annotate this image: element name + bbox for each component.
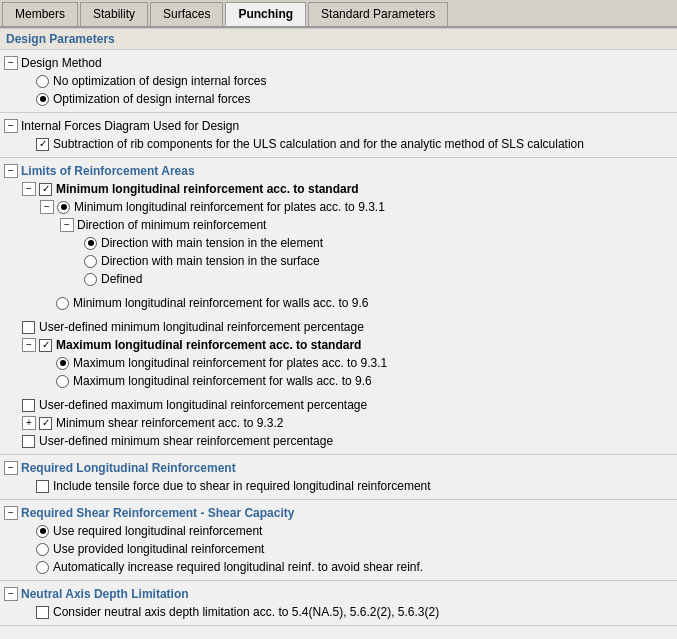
direction-main-surface-row: Direction with main tension in the surfa…	[0, 252, 677, 270]
min-shear-label: Minimum shear reinforcement acc. to 9.3.…	[56, 416, 283, 430]
collapse-required-shear[interactable]: −	[4, 506, 18, 520]
design-method-section: − Design Method No optimization of desig…	[0, 50, 677, 113]
required-shear-auto-increase-label: Automatically increase required longitud…	[53, 560, 423, 574]
design-method-opt-radio[interactable]	[36, 93, 49, 106]
internal-forces-label: Internal Forces Diagram Used for Design	[21, 119, 239, 133]
collapse-direction[interactable]: −	[60, 218, 74, 232]
design-method-opt-row: Optimization of design internal forces	[0, 90, 677, 108]
internal-forces-checkbox-row: Subtraction of rib components for the UL…	[0, 135, 677, 153]
max-long-plates-row: Maximum longitudinal reinforcement for p…	[0, 354, 677, 372]
max-long-checkbox[interactable]	[39, 339, 52, 352]
design-method-opt-label: Optimization of design internal forces	[53, 92, 250, 106]
min-shear-row: + Minimum shear reinforcement acc. to 9.…	[0, 414, 677, 432]
limits-reinforcement-section: − Limits of Reinforcement Areas − Minimu…	[0, 158, 677, 455]
required-shear-use-provided-label: Use provided longitudinal reinforcement	[53, 542, 264, 556]
required-long-checkbox-row: Include tensile force due to shear in re…	[0, 477, 677, 495]
user-min-shear-label: User-defined minimum shear reinforcement…	[39, 434, 333, 448]
collapse-required-long[interactable]: −	[4, 461, 18, 475]
user-max-row: User-defined maximum longitudinal reinfo…	[0, 396, 677, 414]
internal-forces-checkbox-label: Subtraction of rib components for the UL…	[53, 137, 584, 151]
internal-forces-header-row: − Internal Forces Diagram Used for Desig…	[0, 117, 677, 135]
neutral-axis-checkbox[interactable]	[36, 606, 49, 619]
tab-punching[interactable]: Punching	[225, 2, 306, 26]
design-method-no-opt-row: No optimization of design internal force…	[0, 72, 677, 90]
tab-surfaces[interactable]: Surfaces	[150, 2, 223, 26]
user-min-label: User-defined minimum longitudinal reinfo…	[39, 320, 364, 334]
design-method-label: Design Method	[21, 56, 102, 70]
collapse-min-long-plates[interactable]: −	[40, 200, 54, 214]
required-long-label: Required Longitudinal Reinforcement	[21, 461, 236, 475]
min-long-plates-row: − Minimum longitudinal reinforcement for…	[0, 198, 677, 216]
min-long-label: Minimum longitudinal reinforcement acc. …	[56, 182, 359, 196]
direction-main-surface-radio[interactable]	[84, 255, 97, 268]
min-long-walls-radio[interactable]	[56, 297, 69, 310]
neutral-axis-checkbox-label: Consider neutral axis depth limitation a…	[53, 605, 439, 619]
design-method-row: − Design Method	[0, 54, 677, 72]
main-content: Design Parameters − Design Method No opt…	[0, 28, 677, 626]
required-long-checkbox[interactable]	[36, 480, 49, 493]
tab-standard-parameters[interactable]: Standard Parameters	[308, 2, 448, 26]
direction-header-row: − Direction of minimum reinforcement	[0, 216, 677, 234]
neutral-axis-section: − Neutral Axis Depth Limitation Consider…	[0, 581, 677, 626]
user-max-checkbox[interactable]	[22, 399, 35, 412]
min-long-walls-row: Minimum longitudinal reinforcement for w…	[0, 294, 677, 312]
collapse-design-method[interactable]: −	[4, 56, 18, 70]
required-long-header-row: − Required Longitudinal Reinforcement	[0, 459, 677, 477]
user-max-label: User-defined maximum longitudinal reinfo…	[39, 398, 367, 412]
limits-reinforcement-header-row: − Limits of Reinforcement Areas	[0, 162, 677, 180]
direction-main-element-row: Direction with main tension in the eleme…	[0, 234, 677, 252]
required-shear-section: − Required Shear Reinforcement - Shear C…	[0, 500, 677, 581]
direction-defined-radio[interactable]	[84, 273, 97, 286]
min-long-checkbox[interactable]	[39, 183, 52, 196]
collapse-neutral-axis[interactable]: −	[4, 587, 18, 601]
user-min-checkbox[interactable]	[22, 321, 35, 334]
max-long-plates-radio[interactable]	[56, 357, 69, 370]
required-shear-use-provided-row: Use provided longitudinal reinforcement	[0, 540, 677, 558]
max-long-label: Maximum longitudinal reinforcement acc. …	[56, 338, 361, 352]
required-shear-label: Required Shear Reinforcement - Shear Cap…	[21, 506, 294, 520]
internal-forces-checkbox[interactable]	[36, 138, 49, 151]
required-shear-use-required-row: Use required longitudinal reinforcement	[0, 522, 677, 540]
collapse-limits[interactable]: −	[4, 164, 18, 178]
required-shear-auto-increase-row: Automatically increase required longitud…	[0, 558, 677, 576]
required-shear-auto-increase-radio[interactable]	[36, 561, 49, 574]
internal-forces-section: − Internal Forces Diagram Used for Desig…	[0, 113, 677, 158]
min-shear-checkbox[interactable]	[39, 417, 52, 430]
direction-main-surface-label: Direction with main tension in the surfa…	[101, 254, 320, 268]
tab-bar: Members Stability Surfaces Punching Stan…	[0, 0, 677, 28]
max-long-row: − Maximum longitudinal reinforcement acc…	[0, 336, 677, 354]
required-shear-use-required-radio[interactable]	[36, 525, 49, 538]
tab-stability[interactable]: Stability	[80, 2, 148, 26]
collapse-min-shear[interactable]: +	[22, 416, 36, 430]
limits-reinforcement-label: Limits of Reinforcement Areas	[21, 164, 195, 178]
neutral-axis-header-row: − Neutral Axis Depth Limitation	[0, 585, 677, 603]
collapse-min-long[interactable]: −	[22, 182, 36, 196]
direction-defined-row: Defined	[0, 270, 677, 288]
required-long-section: − Required Longitudinal Reinforcement In…	[0, 455, 677, 500]
neutral-axis-label: Neutral Axis Depth Limitation	[21, 587, 189, 601]
max-long-plates-label: Maximum longitudinal reinforcement for p…	[73, 356, 387, 370]
required-shear-header-row: − Required Shear Reinforcement - Shear C…	[0, 504, 677, 522]
required-long-checkbox-label: Include tensile force due to shear in re…	[53, 479, 431, 493]
collapse-internal-forces[interactable]: −	[4, 119, 18, 133]
required-shear-use-required-label: Use required longitudinal reinforcement	[53, 524, 262, 538]
max-long-walls-radio[interactable]	[56, 375, 69, 388]
design-method-no-opt-label: No optimization of design internal force…	[53, 74, 266, 88]
direction-main-element-label: Direction with main tension in the eleme…	[101, 236, 323, 250]
max-long-walls-row: Maximum longitudinal reinforcement for w…	[0, 372, 677, 390]
design-method-no-opt-radio[interactable]	[36, 75, 49, 88]
tab-members[interactable]: Members	[2, 2, 78, 26]
min-long-row: − Minimum longitudinal reinforcement acc…	[0, 180, 677, 198]
neutral-axis-checkbox-row: Consider neutral axis depth limitation a…	[0, 603, 677, 621]
direction-main-element-radio[interactable]	[84, 237, 97, 250]
min-long-walls-label: Minimum longitudinal reinforcement for w…	[73, 296, 368, 310]
user-min-shear-checkbox[interactable]	[22, 435, 35, 448]
min-long-plates-radio[interactable]	[57, 201, 70, 214]
user-min-shear-row: User-defined minimum shear reinforcement…	[0, 432, 677, 450]
design-parameters-header: Design Parameters	[0, 28, 677, 50]
max-long-walls-label: Maximum longitudinal reinforcement for w…	[73, 374, 372, 388]
collapse-max-long[interactable]: −	[22, 338, 36, 352]
direction-defined-label: Defined	[101, 272, 142, 286]
required-shear-use-provided-radio[interactable]	[36, 543, 49, 556]
direction-label: Direction of minimum reinforcement	[77, 218, 266, 232]
